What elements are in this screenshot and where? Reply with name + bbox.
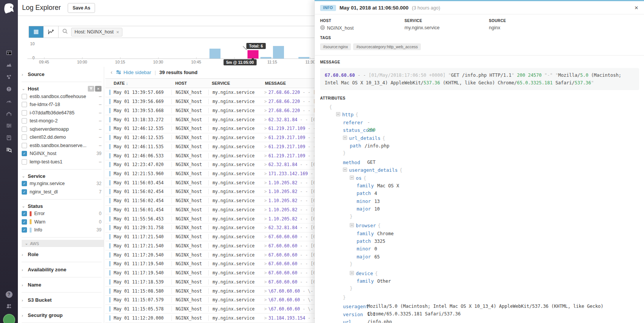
- checkbox[interactable]: [22, 94, 27, 99]
- service-value[interactable]: my.nginx.service: [404, 25, 439, 30]
- collapse-toggle-icon[interactable]: [343, 136, 347, 140]
- integrations-icon[interactable]: [5, 110, 13, 117]
- help-icon[interactable]: ?: [6, 291, 13, 298]
- checkbox[interactable]: ✓: [22, 151, 27, 156]
- attribute-key[interactable]: patch: [357, 238, 371, 244]
- facet-header-source[interactable]: ›Source: [22, 71, 102, 78]
- filter-tag-host[interactable]: Host: NGINX_host ×: [71, 28, 122, 36]
- checkbox[interactable]: [22, 159, 27, 165]
- checkbox[interactable]: [22, 135, 27, 140]
- facet-item[interactable]: ✓Error0: [22, 210, 102, 218]
- notebooks-icon[interactable]: [5, 134, 13, 141]
- attribute-key[interactable]: useragent: [343, 304, 369, 309]
- attribute-key[interactable]: http: [342, 112, 354, 117]
- attribute-key[interactable]: family: [357, 183, 374, 188]
- checkbox[interactable]: [22, 118, 27, 124]
- pipelines-icon[interactable]: [5, 122, 13, 129]
- histogram-bar-10:50[interactable]: [209, 49, 220, 59]
- facet-item[interactable]: ✓nginx_test_dl7: [22, 188, 102, 196]
- checkbox[interactable]: [22, 110, 27, 116]
- save-as-button[interactable]: Save As: [68, 3, 95, 13]
- facet-group-aws[interactable]: ⌄AWS: [22, 240, 104, 247]
- users-icon[interactable]: [5, 302, 13, 309]
- collapse-toggle-icon[interactable]: [350, 176, 354, 180]
- attribute-key[interactable]: device: [356, 271, 373, 276]
- hide-sidebar-button[interactable]: Hide sidebar: [116, 70, 151, 75]
- column-header-host[interactable]: HOST: [171, 81, 208, 86]
- column-header-date[interactable]: DATE ↓: [105, 81, 171, 86]
- facet-header-availability-zone[interactable]: ›Availability zone: [22, 266, 102, 273]
- facet-clear-icon[interactable]: ✕: [95, 86, 102, 92]
- host-map-icon[interactable]: [5, 73, 13, 80]
- facet-header-service[interactable]: ⌄Service: [22, 173, 102, 180]
- monitors-icon[interactable]: [5, 86, 13, 92]
- close-icon[interactable]: ×: [634, 5, 638, 11]
- tag-pill[interactable]: #sourcecategory:http_web_access: [353, 43, 421, 50]
- attribute-key[interactable]: url_details: [349, 135, 381, 141]
- collapse-chevron-icon[interactable]: ‹: [111, 69, 113, 75]
- checkbox[interactable]: [22, 143, 27, 148]
- checkbox[interactable]: ✓: [22, 219, 27, 225]
- remove-filter-icon[interactable]: ×: [116, 29, 119, 35]
- attribute-key[interactable]: patch: [357, 190, 371, 196]
- checkbox[interactable]: [22, 127, 27, 132]
- column-header-service[interactable]: SERVICE: [208, 81, 260, 86]
- datadog-logo-icon[interactable]: [3, 3, 16, 16]
- attribute-key[interactable]: url: [343, 319, 352, 323]
- facet-item[interactable]: estib.sandbox.coffeehouse–: [22, 92, 102, 101]
- attribute-key[interactable]: minor: [357, 198, 371, 204]
- facet-item[interactable]: client02.dd.demo–: [22, 133, 102, 142]
- attribute-key[interactable]: referer: [343, 120, 363, 125]
- attribute-key[interactable]: browser: [356, 223, 376, 228]
- histogram-bar-11:25[interactable]: [298, 57, 309, 59]
- facet-item[interactable]: fse-ldmx-f7-18–: [22, 101, 102, 109]
- checkbox[interactable]: ✓: [22, 189, 27, 195]
- attribute-key[interactable]: major: [357, 254, 371, 260]
- collapse-toggle-icon[interactable]: [343, 168, 347, 172]
- analytics-view-toggle[interactable]: [44, 26, 59, 38]
- attribute-key[interactable]: method: [343, 160, 360, 165]
- facet-header-role[interactable]: ›Role: [22, 251, 102, 258]
- collapse-toggle-icon[interactable]: [336, 112, 340, 116]
- checkbox[interactable]: ✓: [22, 181, 27, 186]
- attribute-key[interactable]: useragent_details: [349, 167, 398, 173]
- apm-icon[interactable]: [5, 98, 13, 104]
- log-explorer-icon[interactable]: [5, 146, 13, 153]
- facet-item[interactable]: lemp-test-tues1–: [22, 158, 102, 166]
- attribute-key[interactable]: path: [350, 143, 361, 149]
- checkbox[interactable]: ✓: [22, 227, 27, 233]
- facet-item[interactable]: sqlserverdemoapp–: [22, 125, 102, 133]
- facet-item[interactable]: ✓Warn0: [22, 218, 102, 226]
- attribute-key[interactable]: os: [356, 175, 362, 181]
- attribute-key[interactable]: minor: [357, 246, 371, 252]
- histogram-bar-11:05[interactable]: [247, 50, 259, 59]
- avatar-icon[interactable]: [3, 314, 15, 323]
- facet-item[interactable]: ✓NGINX_host39: [22, 150, 102, 158]
- list-view-toggle[interactable]: [29, 26, 44, 38]
- tag-pill[interactable]: #source:nginx: [320, 43, 351, 50]
- host-value[interactable]: NGINX_host: [327, 25, 354, 31]
- facet-item[interactable]: ✓my.nginx.service32: [22, 180, 102, 188]
- facet-header-status[interactable]: ⌄Status: [22, 203, 102, 210]
- attribute-key[interactable]: family: [357, 231, 374, 236]
- collapse-toggle-icon[interactable]: [350, 223, 354, 227]
- facet-item[interactable]: estib.sandbox.beanserve...–: [22, 141, 102, 150]
- facet-header-name[interactable]: ›Name: [22, 281, 102, 288]
- histogram-bar-11:10[interactable]: [260, 57, 271, 59]
- facet-item[interactable]: i-07ddaffb36de64785–: [22, 109, 102, 117]
- facet-header-s3-bucket[interactable]: ›S3 Bucket: [22, 296, 102, 304]
- infrastructure-icon[interactable]: [5, 61, 13, 68]
- column-header-message[interactable]: MESSAGE: [260, 81, 286, 86]
- source-value[interactable]: nginx: [489, 25, 500, 30]
- attribute-key[interactable]: major: [357, 206, 371, 212]
- checkbox[interactable]: [22, 102, 27, 107]
- facet-item[interactable]: test-mongo-2–: [22, 117, 102, 125]
- facet-filter-icon[interactable]: [88, 86, 94, 92]
- facet-header-host[interactable]: ⌄Host✕: [22, 85, 102, 92]
- facet-header-security-group[interactable]: ›Security group: [22, 312, 102, 319]
- collapse-toggle-icon[interactable]: [350, 271, 354, 275]
- attribute-key[interactable]: version: [343, 312, 363, 317]
- histogram-bar-11:15[interactable]: [273, 46, 284, 59]
- dashboards-icon[interactable]: [5, 49, 13, 56]
- checkbox[interactable]: ✓: [22, 211, 27, 216]
